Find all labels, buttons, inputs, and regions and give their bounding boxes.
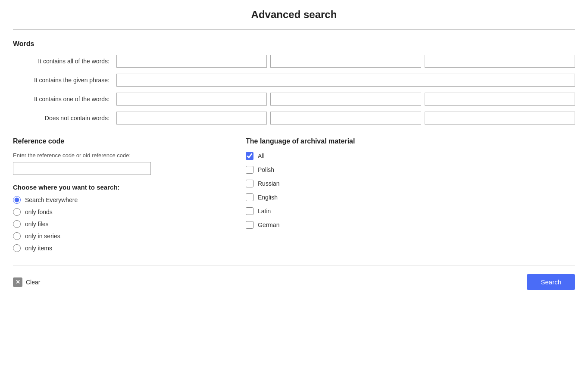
radio-everywhere-label: Search Everywhere	[25, 196, 78, 203]
one-words-inputs	[116, 93, 575, 106]
radio-fonds[interactable]: only fonds	[13, 208, 228, 216]
one-words-input-3[interactable]	[425, 93, 575, 106]
checkbox-german-label: German	[258, 221, 280, 228]
top-divider	[13, 29, 575, 30]
one-words-input-1[interactable]	[116, 93, 267, 106]
checkbox-english-label: English	[258, 194, 278, 201]
given-phrase-label: It contains the given phrase:	[13, 77, 116, 84]
words-section-title: Words	[13, 40, 575, 48]
checkbox-english[interactable]: English	[246, 193, 575, 201]
radio-fonds-input[interactable]	[13, 208, 21, 216]
checkbox-all-input[interactable]	[246, 152, 253, 160]
page-title: Advanced search	[13, 9, 575, 21]
radio-items-input[interactable]	[13, 244, 21, 252]
clear-label: Clear	[26, 279, 40, 286]
ref-code-label: Enter the reference code or old referenc…	[13, 152, 228, 159]
all-words-input-3[interactable]	[425, 55, 575, 68]
words-section: Words It contains all of the words: It c…	[13, 40, 575, 125]
not-contain-row: Does not contain words:	[13, 112, 575, 125]
two-columns: Reference code Enter the reference code …	[13, 137, 575, 252]
radio-items-label: only items	[25, 245, 52, 252]
clear-button[interactable]: ✕ Clear	[13, 277, 40, 287]
all-words-label: It contains all of the words:	[13, 58, 116, 65]
radio-files-label: only files	[25, 221, 48, 227]
bottom-bar: ✕ Clear Search	[13, 274, 575, 290]
not-contain-input-2[interactable]	[270, 112, 421, 125]
not-contain-input-1[interactable]	[116, 112, 267, 125]
all-words-inputs	[116, 55, 575, 68]
choose-search-title: Choose where you want to search:	[13, 184, 228, 191]
language-checkbox-group: All Polish Russian English Latin	[246, 152, 575, 229]
given-phrase-row: It contains the given phrase:	[13, 74, 575, 87]
checkbox-german-input[interactable]	[246, 221, 253, 229]
search-button[interactable]: Search	[527, 274, 575, 290]
radio-series-label: only in series	[25, 233, 60, 240]
one-words-label: It contains one of the words:	[13, 96, 116, 103]
one-words-input-2[interactable]	[270, 93, 421, 106]
one-words-row: It contains one of the words:	[13, 93, 575, 106]
left-col: Reference code Enter the reference code …	[13, 137, 228, 252]
ref-code-title: Reference code	[13, 137, 228, 145]
radio-files[interactable]: only files	[13, 220, 228, 228]
checkbox-polish-input[interactable]	[246, 166, 253, 174]
ref-code-input[interactable]	[13, 162, 151, 175]
checkbox-german[interactable]: German	[246, 221, 575, 229]
checkbox-english-input[interactable]	[246, 193, 253, 201]
radio-series-input[interactable]	[13, 232, 21, 240]
radio-everywhere-input[interactable]	[13, 196, 21, 204]
right-col: The language of archival material All Po…	[246, 137, 575, 252]
radio-series[interactable]: only in series	[13, 232, 228, 240]
all-words-input-1[interactable]	[116, 55, 267, 68]
not-contain-input-3[interactable]	[425, 112, 575, 125]
radio-everywhere[interactable]: Search Everywhere	[13, 196, 228, 204]
bottom-divider	[13, 265, 575, 265]
checkbox-all[interactable]: All	[246, 152, 575, 160]
checkbox-polish[interactable]: Polish	[246, 166, 575, 174]
given-phrase-input[interactable]	[116, 74, 575, 87]
checkbox-russian-input[interactable]	[246, 180, 253, 187]
choose-search-group: Search Everywhere only fonds only files …	[13, 196, 228, 252]
all-words-input-2[interactable]	[270, 55, 421, 68]
radio-fonds-label: only fonds	[25, 209, 53, 215]
given-phrase-inputs	[116, 74, 575, 87]
not-contain-inputs	[116, 112, 575, 125]
not-contain-label: Does not contain words:	[13, 115, 116, 122]
radio-items[interactable]: only items	[13, 244, 228, 252]
checkbox-latin-input[interactable]	[246, 207, 253, 215]
checkbox-all-label: All	[258, 153, 265, 159]
checkbox-russian[interactable]: Russian	[246, 180, 575, 187]
checkbox-polish-label: Polish	[258, 166, 274, 173]
all-words-row: It contains all of the words:	[13, 55, 575, 68]
checkbox-latin[interactable]: Latin	[246, 207, 575, 215]
checkbox-russian-label: Russian	[258, 180, 280, 187]
radio-files-input[interactable]	[13, 220, 21, 228]
checkbox-latin-label: Latin	[258, 208, 271, 215]
lang-title: The language of archival material	[246, 137, 575, 145]
clear-icon: ✕	[13, 277, 22, 287]
